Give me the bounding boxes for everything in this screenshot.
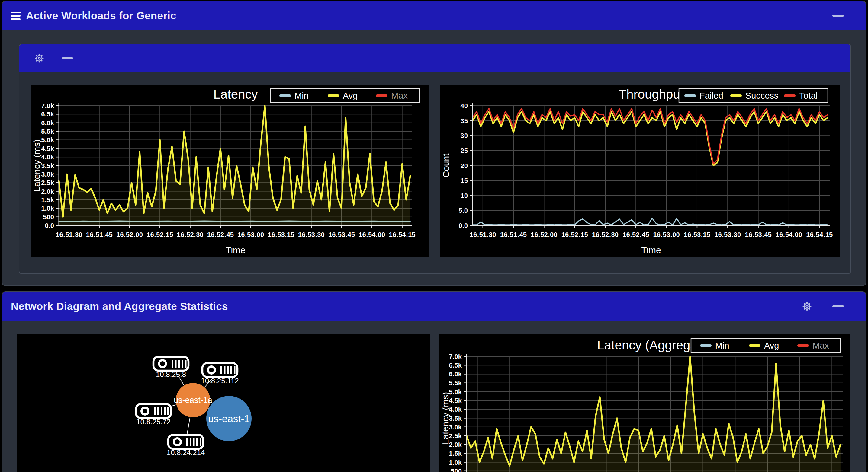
svg-text:Min: Min [294,91,309,101]
svg-text:1.5k: 1.5k [41,196,54,204]
svg-text:16:54:00: 16:54:00 [359,231,385,238]
network-statistics-panel: Network Diagram and Aggregate Statistics [2,291,866,472]
svg-text:3.0k: 3.0k [449,424,462,431]
chart-title: Throughput [619,87,684,101]
server-node-10.8.25.8[interactable]: 10.8.25.8 [153,357,188,378]
menu-icon[interactable] [11,12,21,20]
charts-row: 0.05001.0k1.5k2.0k2.5k3.0k3.5k4.0k4.5k5.… [19,72,850,257]
widget-toolbar [19,44,850,72]
svg-text:15: 15 [461,177,468,184]
server-node-10.8.25.72[interactable]: 10.8.25.72 [136,404,171,426]
active-workloads-panel: Active Workloads for Generic [2,1,866,286]
svg-text:30: 30 [461,132,468,139]
latency-chart[interactable]: 0.05001.0k1.5k2.0k2.5k3.0k3.5k4.0k4.5k5.… [31,85,430,257]
svg-text:3.5k: 3.5k [41,162,54,170]
svg-text:Avg: Avg [764,341,779,350]
legend[interactable]: MinAvgMax [270,89,419,103]
chart-title: Latency [213,87,258,101]
svg-text:16:51:30: 16:51:30 [470,231,496,238]
legend[interactable]: FailedSuccessTotal [679,89,828,103]
zone-node-us-east-1[interactable]: us-east-1 [206,396,252,441]
svg-text:4.0k: 4.0k [449,406,462,413]
svg-text:Failed: Failed [700,91,723,101]
svg-text:16:52:30: 16:52:30 [592,231,619,238]
svg-text:5.0: 5.0 [459,207,468,214]
server-node-10.8.25.112[interactable]: 10.8.25.112 [201,363,239,385]
server-ip-label: 10.8.24.214 [167,448,205,457]
aggregate-latency-chart[interactable]: 0.05001.0k1.5k2.0k2.5k3.0k3.5k4.0k4.5k5.… [439,334,850,472]
zone-label: us-east-1 [208,413,250,424]
svg-text:2.5k: 2.5k [449,432,462,440]
svg-text:6.0k: 6.0k [449,370,462,378]
svg-text:500: 500 [43,213,54,221]
svg-text:16:51:45: 16:51:45 [500,231,527,238]
svg-text:16:52:45: 16:52:45 [207,231,234,238]
legend[interactable]: MinAvgMax [691,338,840,353]
minimize-icon [62,57,73,59]
svg-text:20: 20 [461,162,468,170]
y-axis-label: Latency (ms) [32,139,42,192]
svg-text:16:53:45: 16:53:45 [328,231,355,238]
svg-text:16:52:30: 16:52:30 [177,231,204,238]
svg-text:4.0k: 4.0k [41,153,54,161]
panel-minimize-button[interactable] [830,12,846,19]
svg-text:35: 35 [461,117,468,125]
network-diagram-svg: us-east-1aus-east-110.8.25.810.8.25.1121… [17,334,430,472]
svg-text:Avg: Avg [343,91,358,101]
x-axis-label: Time [641,245,661,255]
throughput-svg: 0.05.01015202530354016:51:3016:51:4516:5… [440,85,840,257]
svg-text:2.0k: 2.0k [449,441,462,448]
svg-text:Min: Min [715,341,730,350]
network-settings-button[interactable] [800,300,814,313]
svg-text:16:54:15: 16:54:15 [806,231,833,238]
svg-text:3.0k: 3.0k [41,170,54,178]
svg-text:16:53:15: 16:53:15 [268,231,294,238]
svg-text:25: 25 [461,147,468,155]
page-title: Active Workloads for Generic [26,10,176,22]
svg-text:16:51:45: 16:51:45 [86,231,113,238]
svg-text:40: 40 [461,102,468,109]
zone-label: us-east-1a [174,396,213,405]
throughput-chart[interactable]: 0.05.01015202530354016:51:3016:51:4516:5… [440,85,840,257]
latency-aggregate-svg: 0.05001.0k1.5k2.0k2.5k3.0k3.5k4.0k4.5k5.… [439,334,850,472]
svg-text:6.5k: 6.5k [41,110,54,118]
svg-text:4.5k: 4.5k [41,145,54,153]
network-panel-header: Network Diagram and Aggregate Statistics [2,292,866,321]
svg-text:1.0k: 1.0k [41,205,54,212]
svg-text:16:52:15: 16:52:15 [147,231,173,238]
svg-text:16:54:15: 16:54:15 [389,231,415,238]
network-panel-title: Network Diagram and Aggregate Statistics [11,300,228,312]
widget-minimize-button[interactable] [59,55,75,62]
svg-text:0.0: 0.0 [45,222,54,229]
svg-text:500: 500 [451,468,462,472]
widget-settings-button[interactable] [33,52,46,65]
svg-text:Success: Success [745,91,779,101]
svg-text:16:52:00: 16:52:00 [531,231,557,238]
server-node-10.8.24.214[interactable]: 10.8.24.214 [167,435,205,457]
series-Total [473,109,828,164]
svg-text:Total: Total [799,91,817,101]
svg-text:16:53:30: 16:53:30 [714,231,741,238]
zone-node-us-east-1a[interactable]: us-east-1a [174,383,213,417]
svg-text:10: 10 [461,192,468,200]
svg-text:2.5k: 2.5k [41,179,54,187]
network-row: us-east-1aus-east-110.8.25.810.8.25.1121… [2,321,866,472]
network-diagram[interactable]: us-east-1aus-east-110.8.25.810.8.25.1121… [17,334,430,472]
gear-icon [34,53,45,64]
network-minimize-button[interactable] [830,303,846,310]
series-Failed [473,218,828,225]
svg-text:0.0: 0.0 [459,222,468,229]
y-axis-label: Count [441,153,451,178]
workloads-widget: 0.05001.0k1.5k2.0k2.5k3.0k3.5k4.0k4.5k5.… [19,44,851,274]
network-header-controls [800,300,846,313]
minimize-icon [832,305,844,307]
y-axis-label: Latency (ms) [440,392,450,444]
svg-text:Max: Max [812,341,829,350]
svg-text:16:53:45: 16:53:45 [745,231,772,238]
server-ip-label: 10.8.25.72 [136,418,170,426]
svg-text:1.0k: 1.0k [449,459,462,466]
header-left-group: Active Workloads for Generic [11,10,176,22]
dashboard-page: Active Workloads for Generic [0,0,868,472]
svg-text:4.5k: 4.5k [449,397,462,404]
minimize-icon [832,15,844,16]
